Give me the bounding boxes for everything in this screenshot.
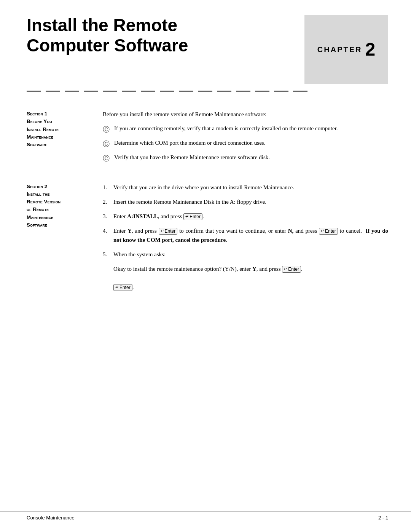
chapter-number: 2 <box>365 40 375 59</box>
dash-5 <box>103 91 117 92</box>
dash-10 <box>198 91 212 92</box>
step-2-text: Insert the remote Remote Maintenance Dis… <box>113 197 388 206</box>
bullet-icon-2: Ⓒ <box>103 139 110 149</box>
dash-1 <box>27 91 41 92</box>
chapter-box: Chapter 2 <box>304 15 388 84</box>
bullet-text-2: Determine which COM port the modem or di… <box>114 139 265 147</box>
step-2: 2. Insert the remote Remote Maintenance … <box>103 197 388 206</box>
step-5-num: 5. <box>103 250 113 259</box>
section-2-main: 1. Verify that you are in the drive wher… <box>103 183 388 292</box>
section-2-block: Section 2 Install the Remote Version of … <box>27 183 388 292</box>
enter-key-5: ↵Enter <box>113 284 132 291</box>
dash-8 <box>160 91 174 92</box>
footer-right: 2 - 1 <box>378 515 388 521</box>
step-4-bold-y: Y <box>127 228 132 234</box>
content: Section 1 Before You Install Remote Main… <box>0 99 411 292</box>
step-3-num: 3. <box>103 212 113 221</box>
step-5: 5. When the system asks: <box>103 250 388 259</box>
dash-14 <box>274 91 288 92</box>
footer: Console Maintenance 2 - 1 <box>0 511 411 521</box>
step-4-warning: If you do not know the COM port, cancel … <box>113 228 388 243</box>
section-1-intro: Before you install the remote version of… <box>103 110 388 119</box>
section-1-sidebar: Section 1 Before You Install Remote Main… <box>27 110 103 168</box>
section-1-label: Section 1 Before You Install Remote Main… <box>27 110 95 149</box>
dash-4 <box>84 91 98 92</box>
separator <box>0 84 411 99</box>
step-1: 1. Verify that you are in the drive wher… <box>103 183 388 192</box>
footer-left: Console Maintenance <box>27 515 75 521</box>
section-2-steps: 1. Verify that you are in the drive wher… <box>103 183 388 259</box>
section-2-label: Section 2 Install the Remote Version of … <box>27 183 95 229</box>
step-4: 4. Enter Y, and press ↵Enter to confirm … <box>103 226 388 244</box>
step-1-text: Verify that you are in the drive where y… <box>113 183 388 192</box>
bullet-text-1: If you are connecting remotely, verify t… <box>114 124 338 133</box>
list-item: Ⓒ Determine which COM port the modem or … <box>103 139 388 149</box>
step-2-num: 2. <box>103 197 113 206</box>
step-3: 3. Enter A:INSTALL, and press ↵Enter. <box>103 212 388 221</box>
dash-2 <box>46 91 60 92</box>
dash-11 <box>217 91 231 92</box>
page: Install the Remote Computer Software Cha… <box>0 0 411 532</box>
section-1-block: Section 1 Before You Install Remote Main… <box>27 110 388 168</box>
enter-key-3: ↵Enter <box>319 228 338 235</box>
enter-key-2: ↵Enter <box>159 228 178 235</box>
section-1-main: Before you install the remote version of… <box>103 110 388 168</box>
enter-key-1: ↵Enter <box>183 213 202 220</box>
list-item: Ⓒ Verify that you have the Remote Mainte… <box>103 153 388 164</box>
step-1-num: 1. <box>103 183 113 192</box>
bullet-icon-1: Ⓒ <box>103 125 110 135</box>
dash-6 <box>122 91 136 92</box>
step-4-bold-n: N, <box>288 228 294 234</box>
dash-3 <box>65 91 79 92</box>
section-1-bullets: Ⓒ If you are connecting remotely, verify… <box>103 124 388 164</box>
step-5-bold-y: Y <box>252 266 256 272</box>
chapter-label: Chapter <box>317 45 362 54</box>
page-title: Install the Remote Computer Software <box>27 15 304 56</box>
step-3-bold: A:INSTALL <box>127 213 158 219</box>
bullet-text-3: Verify that you have the Remote Maintena… <box>114 153 270 162</box>
step-5-text: When the system asks: <box>113 250 388 259</box>
section-2-sidebar: Section 2 Install the Remote Version of … <box>27 183 103 292</box>
chapter-title: Install the Remote Computer Software <box>27 15 289 56</box>
header: Install the Remote Computer Software Cha… <box>0 0 411 84</box>
step-3-text: Enter A:INSTALL, and press ↵Enter. <box>113 212 388 221</box>
enter-key-4: ↵Enter <box>282 266 301 273</box>
dash-7 <box>141 91 155 92</box>
dash-15 <box>293 91 307 92</box>
dash-13 <box>255 91 269 92</box>
step-4-num: 4. <box>103 226 113 235</box>
bullet-icon-3: Ⓒ <box>103 153 110 164</box>
dash-12 <box>236 91 250 92</box>
dash-9 <box>179 91 193 92</box>
list-item: Ⓒ If you are connecting remotely, verify… <box>103 124 388 135</box>
step-5-subparagraph: Okay to install the remote maintenance o… <box>113 264 388 292</box>
step-4-text: Enter Y, and press ↵Enter to confirm tha… <box>113 226 388 244</box>
